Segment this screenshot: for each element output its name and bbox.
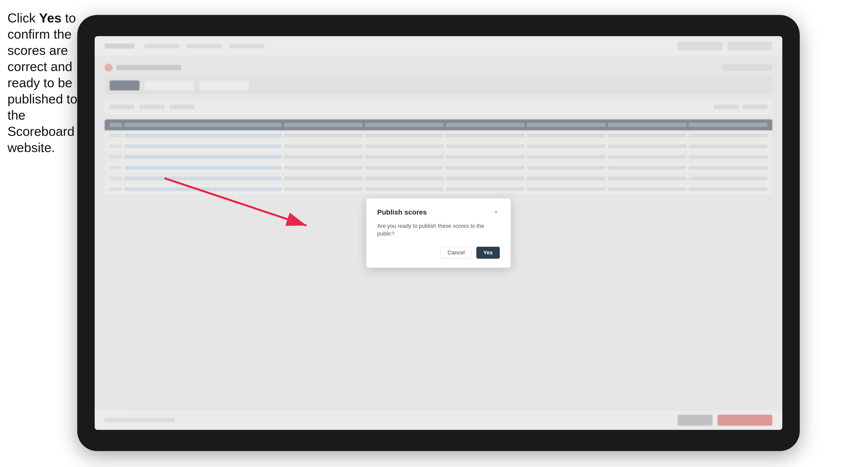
instruction-suffix: to confirm the scores are correct and re… [7, 11, 77, 155]
instruction-prefix: Click [7, 11, 39, 25]
tablet-screen: Publish scores × Are you ready to publis… [95, 36, 782, 430]
instruction-text: Click Yes to confirm the scores are corr… [7, 10, 80, 156]
dialog-title: Publish scores [377, 208, 427, 216]
publish-scores-dialog: Publish scores × Are you ready to publis… [366, 198, 511, 268]
cancel-button[interactable]: Cancel [440, 247, 472, 259]
dialog-overlay: Publish scores × Are you ready to publis… [95, 36, 782, 430]
tablet-shell: Publish scores × Are you ready to publis… [77, 15, 800, 451]
dialog-close-button[interactable]: × [492, 209, 500, 216]
dialog-footer: Cancel Yes [377, 247, 500, 259]
dialog-body: Are you ready to publish these scores to… [377, 222, 500, 238]
yes-button[interactable]: Yes [476, 247, 500, 259]
instruction-bold: Yes [39, 11, 62, 25]
dialog-header: Publish scores × [377, 208, 500, 216]
